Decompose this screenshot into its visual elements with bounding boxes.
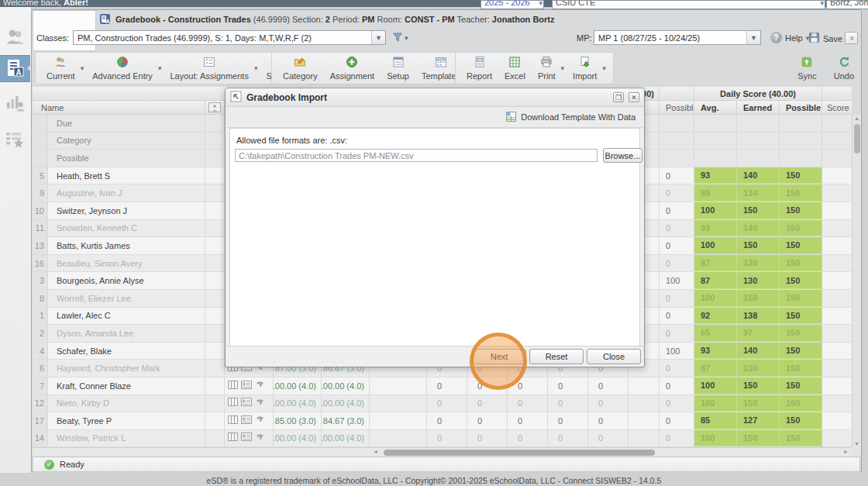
toolbar-button-advanced-entry[interactable]: Advanced Entry xyxy=(88,54,157,82)
close-button[interactable]: Close xyxy=(587,349,641,364)
horizontal-scrollbar[interactable]: ◄ ► xyxy=(371,449,850,457)
assignment-score-cell[interactable]: 0 xyxy=(427,377,467,395)
phone-icon[interactable] xyxy=(255,433,265,444)
assignment-score-cell[interactable]: 0 xyxy=(467,412,508,429)
contact-card-icon[interactable] xyxy=(241,415,252,426)
student-name[interactable]: Nieto, Kirby D xyxy=(48,395,205,412)
student-name[interactable]: Hayward, Christopher Mark xyxy=(48,360,205,377)
sidebar-item-gradebook[interactable]: A xyxy=(0,55,30,82)
scroll-up-arrow[interactable]: ▲ xyxy=(854,115,859,121)
toolbar-button-sync[interactable]: Sync xyxy=(793,54,821,82)
assignment-score-cell[interactable]: 0 xyxy=(548,395,588,412)
columns-icon[interactable] xyxy=(228,381,238,391)
contact-card-icon[interactable] xyxy=(241,433,252,443)
assignment-score-cell[interactable]: 0 xyxy=(427,430,467,447)
assignment-score-cell[interactable]: 0 xyxy=(588,377,629,395)
assignment-score-cell[interactable]: 0 xyxy=(427,412,467,429)
toolbar-button-current[interactable]: Current xyxy=(42,54,80,82)
toolbar-button-layout-assignments[interactable]: Layout: Assignments xyxy=(165,54,253,82)
chevron-down-icon[interactable]: ▾ xyxy=(158,64,162,72)
toolbar-button-setup[interactable]: Setup xyxy=(382,54,414,82)
collapse-header-button[interactable]: » xyxy=(845,32,858,44)
columns-icon[interactable] xyxy=(228,398,238,408)
phone-icon[interactable] xyxy=(255,398,265,409)
district-select[interactable]: CSIU CTE▾ xyxy=(552,0,825,9)
assignment-score-cell[interactable]: 0 xyxy=(588,430,629,447)
toolbar-button-print[interactable]: Print xyxy=(533,54,560,82)
dialog-maximize-button[interactable]: ❒ xyxy=(613,92,624,102)
marking-period-select[interactable]: MP 1 (08/27/25 - 10/24/25) ▼ xyxy=(594,30,761,45)
columns-icon[interactable] xyxy=(228,433,238,443)
assignment-score-cell[interactable]: 0 xyxy=(467,430,508,447)
current-score-cell[interactable]: 100.00 (4.0) xyxy=(274,377,322,395)
reset-button[interactable]: Reset xyxy=(529,349,584,364)
current-score-cell[interactable]: 85.00 (3.0) xyxy=(274,412,322,429)
student-name[interactable]: Kraft, Conner Blaze xyxy=(48,377,205,395)
scroll-down-arrow[interactable]: ▼ xyxy=(854,441,859,446)
teacher-select[interactable]: Bortz, Jonathon xyxy=(826,0,868,9)
toolbar-button-assignment[interactable]: Assignment xyxy=(326,54,379,82)
assignment-score-cell[interactable]: 0 xyxy=(508,412,548,429)
chevron-down-icon[interactable]: ▾ xyxy=(602,64,606,72)
student-name[interactable]: Lawler, Alec C xyxy=(48,308,205,325)
contact-card-icon[interactable] xyxy=(241,381,252,391)
contact-card-icon[interactable] xyxy=(241,398,252,408)
toolbar-button-import[interactable]: Import xyxy=(568,54,601,82)
student-name[interactable]: Worrell, Eliezer Lee xyxy=(48,290,205,307)
chevron-down-icon[interactable]: ▼ xyxy=(746,31,760,44)
phone-icon[interactable] xyxy=(255,415,265,426)
school-year-select[interactable]: 2025 - 2026▾ xyxy=(480,0,544,9)
assignment-score-cell[interactable]: 0 xyxy=(467,395,508,412)
student-name[interactable]: Heath, Brett S xyxy=(48,167,205,184)
toolbar-button-excel[interactable]: Excel xyxy=(500,54,530,82)
dialog-close-icon-button[interactable]: ✕ xyxy=(629,92,639,102)
sidebar-item-favorites[interactable] xyxy=(0,127,30,153)
toolbar-button-category[interactable]: Category xyxy=(278,54,322,82)
student-name[interactable]: Dyson, Amanda Lee xyxy=(48,325,205,342)
chevron-down-icon[interactable]: ▾ xyxy=(561,64,565,72)
chevron-down-icon[interactable]: ▾ xyxy=(254,64,258,72)
class-select[interactable]: PM, Construction Trades (46.9999), S: 1,… xyxy=(73,30,386,45)
browse-button[interactable]: Browse... xyxy=(603,148,642,163)
columns-icon[interactable] xyxy=(228,415,238,426)
assignment-score-cell[interactable]: 0 xyxy=(508,430,548,447)
chevron-down-icon[interactable]: ▼ xyxy=(371,31,385,44)
chevron-down-icon[interactable]: ▾ xyxy=(81,64,84,72)
scroll-right-arrow[interactable]: ► xyxy=(843,449,849,454)
student-name[interactable]: Winslow, Patrick L xyxy=(48,430,205,447)
scroll-left-arrow[interactable]: ◄ xyxy=(373,449,378,454)
name-column-header[interactable]: Name xyxy=(33,101,205,114)
projected-score-cell[interactable]: 100.00 (4.0) xyxy=(322,377,370,395)
phone-icon[interactable] xyxy=(255,380,265,391)
projected-score-cell[interactable]: 100.00 (4.0) xyxy=(322,430,370,447)
file-path-input[interactable]: C:\fakepath\Construction Trades PM-NEW.c… xyxy=(235,149,598,162)
projected-score-cell[interactable]: 84.67 (3.0) xyxy=(322,412,370,429)
current-score-cell[interactable]: 100.00 (4.0) xyxy=(274,395,322,412)
current-score-cell[interactable]: 100.00 (4.0) xyxy=(274,430,322,447)
save-button[interactable]: Save xyxy=(808,32,842,45)
vertical-scrollbar[interactable]: ▲ ▼ xyxy=(852,115,861,447)
student-name[interactable]: Schafer, Blake xyxy=(48,343,205,360)
toolbar-button-report[interactable]: Report xyxy=(462,54,497,82)
download-template-link[interactable]: Download Template With Data xyxy=(505,111,636,124)
sidebar-item-reports[interactable] xyxy=(0,91,30,116)
projected-score-cell[interactable]: 100.00 (4.0) xyxy=(322,395,370,412)
assignment-score-cell[interactable]: 0 xyxy=(548,412,588,429)
horizontal-scrollbar-thumb[interactable] xyxy=(384,450,655,456)
filter-button[interactable]: ▾ xyxy=(392,32,408,44)
student-name[interactable]: Batts, Kurtis James xyxy=(48,237,205,254)
student-name[interactable]: Beaulieu, Simon Avery xyxy=(48,255,205,272)
sidebar-item-students[interactable] xyxy=(0,25,30,50)
assignment-score-cell[interactable]: 0 xyxy=(508,395,548,412)
student-name[interactable]: Snowden, Kenneth C xyxy=(48,220,205,237)
help-button[interactable]: ? Help▾ xyxy=(770,32,809,43)
student-name[interactable]: Switzer, Jeynson J xyxy=(48,202,205,219)
toolbar-button-undo[interactable]: Undo xyxy=(829,54,859,82)
assignment-score-cell[interactable]: 0 xyxy=(548,377,588,395)
assignment-score-cell[interactable]: 0 xyxy=(427,395,467,412)
photo-column-header[interactable] xyxy=(205,101,225,114)
assignment-score-cell[interactable]: 0 xyxy=(588,412,629,429)
student-name[interactable]: Bourgeois, Annie Alyse xyxy=(48,272,205,289)
assignment-score-cell[interactable]: 0 xyxy=(548,430,588,447)
student-name[interactable]: Augustine, Ivan J xyxy=(48,184,205,202)
